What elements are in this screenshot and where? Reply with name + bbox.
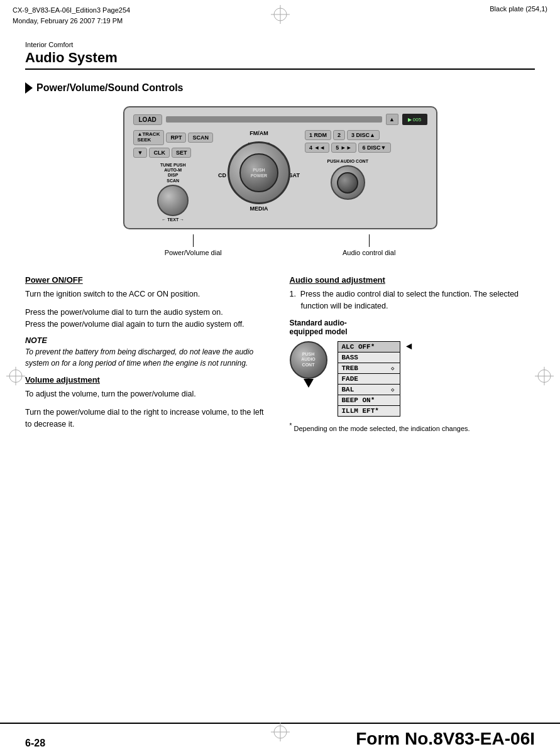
section-title: Audio System	[25, 50, 535, 66]
audio-ctrl-inner	[337, 172, 358, 194]
track-seek-button[interactable]: ▲TRACKSEEK	[133, 130, 165, 145]
section-divider	[25, 68, 535, 70]
menu-item-bal: BAL ◇	[338, 385, 400, 395]
std-model-label: Standard audio-equipped model	[290, 319, 535, 336]
page-header: CX-9_8V83-EA-06I_Edition3 Page254 Monday…	[0, 0, 560, 28]
dial-inner: PUSHPOWER	[239, 153, 278, 192]
num4-button[interactable]: 4 ◄◄	[305, 143, 329, 153]
step-list: 1. Press the audio control dial to selec…	[290, 288, 535, 312]
rpt-button[interactable]: RPT	[166, 133, 186, 143]
col-left: Power ON/OFF Turn the ignition switch to…	[25, 275, 271, 437]
callout-area: Power/Volume dial Audio control dial	[123, 234, 437, 256]
footnote-content: Depending on the mode selected, the indi…	[294, 424, 469, 432]
triangle-icon	[25, 82, 33, 94]
main-dial-wrapper: FM/AM VOLUME MEDIA CD SAT PUSHPOWER	[218, 130, 300, 212]
volume-para2: Turn the power/volume dial to the right …	[25, 407, 271, 430]
adj-menu: ALC OFF* ◄ BASS TREB ◇ FADE	[338, 341, 400, 417]
eject-button[interactable]: ▲	[386, 114, 398, 125]
callout-right-label: Audio control dial	[343, 249, 395, 256]
left-buttons: ▲TRACKSEEK RPT SCAN ▼ CLK SET TUNE PUSHA…	[133, 130, 213, 222]
header-line2: Monday, February 26 2007 7:19 PM	[13, 16, 130, 26]
header-line1: CX-9_8V83-EA-06I_Edition3 Page254	[13, 5, 130, 16]
adj-layout: PUSHAUDIOCONT ALC OFF* ◄	[290, 341, 535, 417]
callout-vline-right	[369, 234, 370, 247]
header-left: CX-9_8V83-EA-06I_Edition3 Page254 Monday…	[13, 5, 130, 26]
rdm1-button[interactable]: 1 RDM	[305, 130, 331, 140]
discv6-button[interactable]: 6 DISC▼	[358, 143, 391, 153]
adj-dial-col: PUSHAUDIOCONT	[290, 341, 327, 379]
cd-counter: ▶005	[402, 114, 427, 125]
power-heading: Power ON/OFF	[25, 275, 271, 285]
menu-item-treb: TREB ◇	[338, 363, 400, 374]
callout-left: Power/Volume dial	[165, 234, 222, 256]
callout-vline-left	[193, 234, 194, 247]
tape-slot	[166, 116, 382, 123]
rdm-disc-row: 1 RDM 2 3 DISC▲	[305, 130, 391, 140]
scan-button[interactable]: SCAN	[188, 133, 213, 143]
header-crosshair-icon	[271, 5, 290, 24]
center-dial-area: FM/AM VOLUME MEDIA CD SAT PUSHPOWER	[218, 130, 300, 212]
audio-adj-heading: Audio sound adjustment	[290, 275, 535, 285]
footnote-star: *	[290, 422, 292, 429]
right-buttons: 1 RDM 2 3 DISC▲ 4 ◄◄ 5 ►► 6 DISC▼ PUSH A…	[305, 130, 391, 200]
power-para1: Turn the ignition switch to the ACC or O…	[25, 288, 271, 300]
volume-heading: Volume adjustment	[25, 375, 271, 385]
form-number: Form No.8V83-EA-06I	[356, 729, 535, 749]
audio-ctrl-dial[interactable]	[331, 165, 365, 200]
disc3-button[interactable]: 3 DISC▲	[347, 130, 380, 140]
main-dial[interactable]: PUSHPOWER	[228, 141, 290, 204]
clk-button[interactable]: CLK	[149, 148, 170, 158]
note-heading: NOTE	[25, 336, 271, 345]
adj-dial-label: PUSHAUDIOCONT	[301, 352, 316, 368]
audio-controls-area: ▲TRACKSEEK RPT SCAN ▼ CLK SET TUNE PUSHA…	[133, 130, 427, 222]
right-crosshair	[535, 367, 554, 388]
load-button[interactable]: LOAD	[133, 114, 162, 125]
header-right: Black plate (254,1)	[490, 5, 547, 13]
page-footer: 6-28 Form No.8V83-EA-06I	[0, 723, 560, 754]
menu-item-illm: ILLM EFT*	[338, 406, 400, 416]
adj-dial-arrow-icon	[304, 379, 314, 388]
v-clk-set-row: ▼ CLK SET	[133, 148, 213, 158]
power-para2: Press the power/volume dial to turn the …	[25, 307, 271, 331]
sat-label: SAT	[289, 172, 300, 178]
audio-adj-section: Audio sound adjustment 1. Press the audi…	[290, 275, 535, 434]
tune-knob[interactable]	[157, 185, 189, 216]
track-rpt-scan-row: ▲TRACKSEEK RPT SCAN	[133, 130, 213, 145]
volume-para1: To adjust the volume, turn the power/vol…	[25, 388, 271, 400]
skip-discv-row: 4 ◄◄ 5 ►► 6 DISC▼	[305, 143, 391, 153]
tune-knob-area: TUNE PUSHAUTO-MDISPSCAN ← TEXT →	[133, 163, 213, 222]
audio-top-row: LOAD ▲ ▶005	[133, 114, 427, 125]
audio-ctrl-area: PUSH AUDIO CONT	[305, 159, 391, 200]
menu-item-bass: BASS	[338, 352, 400, 363]
fmam-label: FM/AM	[250, 130, 268, 136]
callout-right: Audio control dial	[343, 234, 395, 256]
audio-unit: LOAD ▲ ▶005 ▲TRACKSEEK RPT SCAN ▼	[123, 106, 437, 229]
adj-dial-wrapper: PUSHAUDIOCONT	[290, 341, 327, 379]
content-columns: Power ON/OFF Turn the ignition switch to…	[25, 275, 535, 437]
footer-crosshair-icon	[271, 723, 290, 741]
audio-unit-container: LOAD ▲ ▶005 ▲TRACKSEEK RPT SCAN ▼	[25, 106, 535, 256]
subsection-heading: Power/Volume/Sound Controls	[25, 82, 535, 94]
media-label: MEDIA	[250, 205, 268, 212]
left-crosshair-icon	[6, 367, 25, 386]
menu-item-beep: BEEP ON*	[338, 395, 400, 406]
menu-item-fade: FADE	[338, 374, 400, 385]
adj-menu-wrapper: ALC OFF* ◄ BASS TREB ◇ FADE	[338, 341, 400, 417]
section-category: Interior Comfort	[25, 41, 535, 48]
footnote: * Depending on the mode selected, the in…	[290, 422, 535, 434]
subsection-label: Power/Volume/Sound Controls	[36, 82, 184, 94]
menu-item-alc: ALC OFF* ◄	[338, 342, 400, 352]
col-right: Audio sound adjustment 1. Press the audi…	[290, 275, 535, 437]
right-crosshair-icon	[535, 367, 554, 386]
page-number: 6-28	[25, 738, 45, 749]
left-crosshair	[6, 367, 25, 388]
adj-dial[interactable]: PUSHAUDIOCONT	[290, 341, 327, 379]
callout-left-label: Power/Volume dial	[165, 249, 222, 256]
num2-button[interactable]: 2	[333, 130, 345, 140]
v-button[interactable]: ▼	[133, 148, 148, 158]
cd-label: CD	[218, 172, 226, 178]
set-button[interactable]: SET	[172, 148, 192, 158]
std-model-area: Standard audio-equipped model PUSHAUDIOC…	[290, 319, 535, 434]
main-content: Interior Comfort Audio System Power/Volu…	[0, 28, 560, 449]
num5-button[interactable]: 5 ►►	[331, 143, 356, 153]
